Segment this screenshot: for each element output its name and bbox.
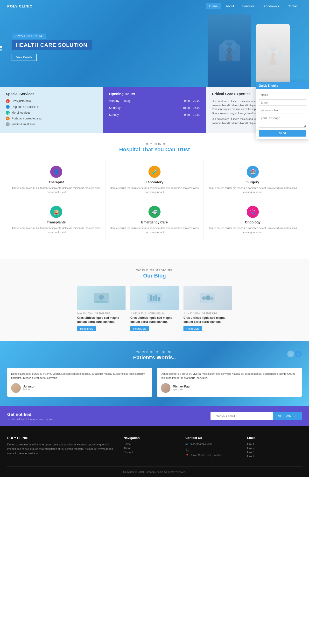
service-emergency: 🚑 Emergency Care Itaque earum rerum hic … bbox=[106, 200, 203, 240]
location-icon: 📍 bbox=[185, 454, 189, 457]
hero-dot-2 bbox=[0, 49, 2, 51]
hero-content: PROVIDING TOTAL HEALTH CARE SOLUTION Vie… bbox=[4, 19, 99, 68]
special-services-title: Special Services bbox=[6, 92, 97, 96]
oncology-desc: Itaque earum rerum hic tenetur a sapient… bbox=[208, 226, 298, 234]
enquiry-phone-input[interactable] bbox=[259, 107, 306, 114]
newsletter-form: SUBSCRIBE bbox=[210, 412, 302, 420]
laboratory-name: Laboratory bbox=[109, 180, 200, 184]
blog-meta-2: JUNE 21 2018 · LOREMIPSUM bbox=[130, 312, 179, 315]
footer-nav-contact[interactable]: Contact bbox=[124, 451, 178, 454]
tcard-text-2: Donec laoreet eu purus eu viverra. Vesti… bbox=[161, 372, 298, 380]
services-grid: 👤 Therapist Itaque earum rerum hic tenet… bbox=[7, 160, 302, 240]
blog-read-more-2[interactable]: Read More bbox=[130, 326, 149, 331]
svg-rect-6 bbox=[155, 295, 157, 301]
special-item-2: 👤 Dapibus ac facilisis in bbox=[6, 105, 97, 109]
hours-row-1: Monday – Friday 9.00 – 20.00 bbox=[109, 99, 200, 104]
nav-home[interactable]: Home bbox=[206, 3, 221, 10]
special-item-1: ● Cras justo odio bbox=[6, 99, 97, 103]
footer-address-item: 📍 1 ave South East, London bbox=[185, 454, 240, 457]
footer-link-3[interactable]: Link 3 bbox=[247, 451, 302, 454]
footer-link-4[interactable]: Link 4 bbox=[247, 455, 302, 458]
surgery-name: Surgery bbox=[208, 180, 298, 184]
oncology-name: Oncology bbox=[208, 220, 298, 224]
testimonial-prev-button[interactable]: ‹ bbox=[287, 350, 294, 357]
testimonial-cards: Donec laoreet eu purus eu viverra. Vesti… bbox=[7, 368, 302, 397]
opening-hours-box: Opening Hours Monday – Friday 9.00 – 20.… bbox=[103, 87, 206, 133]
therapist-desc: Itaque earum rerum hic tenetur a sapient… bbox=[11, 186, 101, 194]
emergency-name: Emergency Care bbox=[109, 220, 200, 224]
nav-about[interactable]: About bbox=[222, 3, 237, 10]
footer-link-2[interactable]: Link 2 bbox=[247, 447, 302, 450]
surgery-desc: Itaque earum rerum hic tenetur a sapient… bbox=[208, 186, 298, 194]
quick-enquiry-body: Send bbox=[256, 89, 309, 139]
tcard-role-1: lacinia bbox=[23, 388, 35, 391]
hero-section: 👔 👔 PROVIDING TOTAL HEALTH CARE SOLUTION… bbox=[0, 0, 309, 87]
svg-point-11 bbox=[210, 297, 214, 300]
enquiry-message-input[interactable] bbox=[259, 115, 306, 128]
hours-row-2: Saturday 10.00 – 16.00 bbox=[109, 106, 200, 111]
opening-hours-title: Opening Hours bbox=[109, 92, 200, 96]
footer-links-title: Links bbox=[247, 436, 302, 440]
tcard-name-1: Johnson bbox=[23, 385, 35, 388]
testimonial-next-button[interactable]: › bbox=[295, 350, 302, 357]
blog-card-2: JUNE 21 2018 · LOREMIPSUM Cras ultrices … bbox=[130, 286, 179, 331]
emergency-desc: Itaque earum rerum hic tenetur a sapient… bbox=[109, 226, 200, 234]
testimonials-sub: WORLD OF MEDICINE bbox=[7, 350, 302, 354]
footer-email-item: ✉ hello@sample.com bbox=[185, 442, 240, 446]
doctor-male: 👔 bbox=[208, 14, 251, 87]
special-icon-1: ● bbox=[6, 99, 10, 103]
phone-icon: 📞 bbox=[185, 448, 189, 452]
transplants-desc: Itaque earum rerum hic tenetur a sapient… bbox=[11, 226, 101, 234]
newsletter-email-input[interactable] bbox=[210, 412, 273, 420]
oncology-icon: 🩺 bbox=[247, 206, 259, 218]
navbar: POLY CLINIC Home About Services Dropdown… bbox=[0, 0, 309, 12]
blog-meta-3: JULY 23 2018 · LOREMIPSUM bbox=[183, 312, 232, 315]
svg-rect-7 bbox=[158, 297, 160, 301]
enquiry-send-button[interactable]: Send bbox=[259, 130, 306, 136]
emergency-icon: 🚑 bbox=[148, 206, 161, 218]
newsletter-sub: sodales all Non's tanquent our condulia. bbox=[7, 418, 54, 420]
transplants-name: Transplants bbox=[11, 220, 101, 224]
enquiry-email-input[interactable] bbox=[259, 100, 306, 106]
footer-contact-col: Contact Us ✉ hello@sample.com 📞 📍 1 ave … bbox=[185, 436, 240, 459]
laboratory-icon: 🧪 bbox=[148, 166, 161, 178]
blog-read-more-1[interactable]: Read More bbox=[77, 326, 96, 331]
footer-nav-about[interactable]: About bbox=[124, 447, 178, 450]
testimonials-section: ‹ › WORLD OF MEDICINE Patient's Words.. … bbox=[0, 341, 309, 406]
therapist-icon: 👤 bbox=[50, 166, 62, 178]
footer-address: 1 ave South East, London bbox=[191, 454, 222, 456]
newsletter-subscribe-button[interactable]: SUBSCRIBE bbox=[273, 412, 302, 420]
critical-care-box: Critical Care Expertise ulla quis lorem … bbox=[206, 87, 309, 133]
nav-services[interactable]: Services bbox=[239, 3, 257, 10]
special-icon-4: ✏ bbox=[6, 116, 10, 120]
blog-card-1: MAY 19 2018 · LOREMIPSUM Cras ultrices l… bbox=[77, 286, 126, 331]
blog-read-more-3[interactable]: Read More bbox=[183, 326, 202, 331]
enquiry-name-input[interactable] bbox=[259, 92, 306, 98]
testimonial-card-2: Donec laoreet eu purus eu viverra. Vesti… bbox=[157, 368, 302, 397]
info-boxes: Special Services ● Cras justo odio 👤 Dap… bbox=[0, 87, 309, 133]
footer-nav-title: Navigation bbox=[124, 436, 178, 440]
laboratory-desc: Itaque earum rerum hic tenetur a sapient… bbox=[109, 186, 200, 194]
blog-meta-1: MAY 19 2018 · LOREMIPSUM bbox=[77, 312, 126, 315]
blog-title-2: Cras ultrices ligula sed magna dictum po… bbox=[130, 316, 179, 324]
footer-contact-title: Contact Us bbox=[185, 436, 240, 440]
nav-contact[interactable]: Contact bbox=[284, 3, 302, 10]
footer-nav-home[interactable]: Home bbox=[124, 442, 178, 446]
hero-dot-1 bbox=[0, 46, 2, 48]
special-item-4: ✏ Porta ac consectetur ac bbox=[6, 116, 97, 120]
footer-about: POLY CLINIC Donec consequat sem libero t… bbox=[7, 436, 116, 459]
testimonial-card-1: Donec laoreet eu purus eu viverra. Vesti… bbox=[7, 368, 152, 397]
blog-sub: WORLD OF MEDICINE bbox=[7, 269, 302, 272]
hero-view-details-button[interactable]: View Details bbox=[12, 54, 37, 61]
surgery-icon: 🏥 bbox=[247, 166, 259, 178]
service-therapist: 👤 Therapist Itaque earum rerum hic tenet… bbox=[7, 160, 105, 200]
tcard-avatar-1 bbox=[11, 383, 21, 393]
nav-dropdown[interactable]: Dropdown ▾ bbox=[259, 3, 283, 10]
tcard-text-1: Donec laoreet eu purus eu viverra. Vesti… bbox=[11, 372, 148, 380]
blog-img-2 bbox=[130, 286, 179, 310]
blog-img-1 bbox=[77, 286, 126, 310]
tcard-user-2: Michael Paul spendiset bbox=[161, 383, 298, 393]
svg-rect-5 bbox=[153, 296, 155, 301]
hospital-title: Hospital That You Can Trust bbox=[7, 146, 302, 153]
footer-link-1[interactable]: Link 1 bbox=[247, 442, 302, 446]
